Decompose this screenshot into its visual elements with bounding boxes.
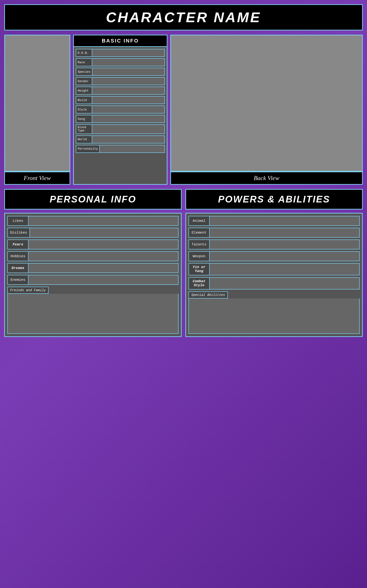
field-enemies: Enemies xyxy=(7,275,179,285)
field-talents-label: Talents xyxy=(188,239,210,249)
field-friends-family: Freinds and Family xyxy=(7,287,179,334)
field-dob-value[interactable] xyxy=(92,49,165,57)
field-special-abilities: Special Abilities xyxy=(188,291,360,334)
powers-abilities-header: POWERS & ABILITIES xyxy=(185,189,363,210)
field-enemies-value[interactable] xyxy=(29,275,179,285)
personal-info-title: PERSONAL INFO xyxy=(7,194,179,205)
field-animal: Animal xyxy=(188,216,360,226)
field-element-value[interactable] xyxy=(210,228,360,238)
field-race-label: Race xyxy=(76,58,92,66)
field-combat-style-label: Combat Style xyxy=(188,277,210,290)
field-species-value[interactable] xyxy=(92,68,165,76)
field-yin-yang: Yin or Yang xyxy=(188,263,360,275)
field-hobbies: Hobbies xyxy=(7,251,179,261)
field-dislikes-value[interactable] xyxy=(30,228,179,238)
field-height: Height xyxy=(76,87,165,95)
field-build: Build xyxy=(76,96,165,104)
field-race: Race xyxy=(76,58,165,66)
field-hobbies-value[interactable] xyxy=(29,251,179,261)
field-blood-type: Blood Type xyxy=(76,124,165,134)
field-likes-label: Likes xyxy=(7,216,29,226)
field-likes-value[interactable] xyxy=(29,216,179,226)
page-title: CHARACTER NAME xyxy=(7,9,360,25)
field-element-label: Element xyxy=(188,228,210,238)
field-world-value[interactable] xyxy=(92,135,165,143)
field-combat-style: Combat Style xyxy=(188,277,360,290)
field-build-label: Build xyxy=(76,96,92,104)
field-special-label: Special Abilities xyxy=(188,291,228,298)
field-species: Species xyxy=(76,68,165,76)
back-view-label: Back View xyxy=(170,172,363,185)
bottom-section: PERSONAL INFO Likes Dislikes Fears Hobbi… xyxy=(4,189,363,337)
personal-info-column: PERSONAL INFO Likes Dislikes Fears Hobbi… xyxy=(4,189,182,337)
front-view-panel: Front View xyxy=(4,35,70,185)
field-yin-yang-label: Yin or Yang xyxy=(188,263,210,275)
field-dreams-label: Dreams xyxy=(7,263,29,273)
powers-abilities-column: POWERS & ABILITIES Animal Element Talent… xyxy=(185,189,363,337)
field-dislikes-label: Dislikes xyxy=(7,228,30,238)
field-yin-yang-value[interactable] xyxy=(210,263,360,275)
field-height-value[interactable] xyxy=(92,87,165,95)
field-special-value[interactable] xyxy=(188,298,360,334)
basic-info-header: BASIC INFO xyxy=(73,35,167,47)
title-bar: CHARACTER NAME xyxy=(4,4,363,30)
field-style-label: Style xyxy=(76,105,92,113)
field-blood-type-value[interactable] xyxy=(92,124,165,134)
field-blood-type-label: Blood Type xyxy=(76,124,92,134)
field-race-value[interactable] xyxy=(92,58,165,66)
powers-abilities-title: POWERS & ABILITIES xyxy=(188,194,360,205)
field-dislikes: Dislikes xyxy=(7,228,179,238)
field-talents-value[interactable] xyxy=(210,239,360,249)
field-talents: Talents xyxy=(188,239,360,249)
front-view-label: Front View xyxy=(4,172,70,185)
field-height-label: Height xyxy=(76,87,92,95)
field-gender: Gender xyxy=(76,77,165,85)
field-dob: D.O.B. xyxy=(76,49,165,57)
field-fears: Fears xyxy=(7,239,179,249)
basic-info-panel: BASIC INFO D.O.B. Race Species Gender xyxy=(73,35,167,185)
field-gender-value[interactable] xyxy=(92,77,165,85)
field-likes: Likes xyxy=(7,216,179,226)
field-build-value[interactable] xyxy=(92,96,165,104)
basic-info-body: D.O.B. Race Species Gender Height xyxy=(73,47,167,185)
field-weapon-label: Weopon xyxy=(188,251,210,261)
field-species-label: Species xyxy=(76,68,92,76)
field-element: Element xyxy=(188,228,360,238)
field-enemies-label: Enemies xyxy=(7,275,29,285)
field-world: World xyxy=(76,135,165,143)
field-personality: Personality xyxy=(76,145,165,153)
field-combat-style-value[interactable] xyxy=(210,277,360,290)
field-style: Style xyxy=(76,105,165,113)
field-song: Song xyxy=(76,115,165,123)
back-view-panel: Back View xyxy=(170,35,363,185)
field-style-value[interactable] xyxy=(92,105,165,113)
field-world-label: World xyxy=(76,135,92,143)
field-friends-label: Freinds and Family xyxy=(7,287,49,294)
top-section: Front View BASIC INFO D.O.B. Race Specie… xyxy=(4,35,363,185)
front-view-image xyxy=(4,35,70,172)
field-weapon: Weopon xyxy=(188,251,360,261)
field-dreams: Dreams xyxy=(7,263,179,273)
back-view-image xyxy=(170,35,363,172)
field-dob-label: D.O.B. xyxy=(76,49,92,57)
powers-abilities-body: Animal Element Talents Weopon Yin or Yan… xyxy=(185,213,363,337)
field-song-label: Song xyxy=(76,115,92,123)
field-personality-label: Personality xyxy=(76,145,100,153)
field-hobbies-label: Hobbies xyxy=(7,251,29,261)
field-animal-label: Animal xyxy=(188,216,210,226)
personal-info-header: PERSONAL INFO xyxy=(4,189,182,210)
field-dreams-value[interactable] xyxy=(29,263,179,273)
field-personality-value[interactable] xyxy=(100,145,165,153)
field-weapon-value[interactable] xyxy=(210,251,360,261)
field-fears-value[interactable] xyxy=(29,239,179,249)
field-animal-value[interactable] xyxy=(210,216,360,226)
field-song-value[interactable] xyxy=(92,115,165,123)
field-friends-value[interactable] xyxy=(7,294,179,334)
field-fears-label: Fears xyxy=(7,239,29,249)
personal-info-body: Likes Dislikes Fears Hobbies Dreams Enem xyxy=(4,213,182,337)
field-gender-label: Gender xyxy=(76,77,92,85)
